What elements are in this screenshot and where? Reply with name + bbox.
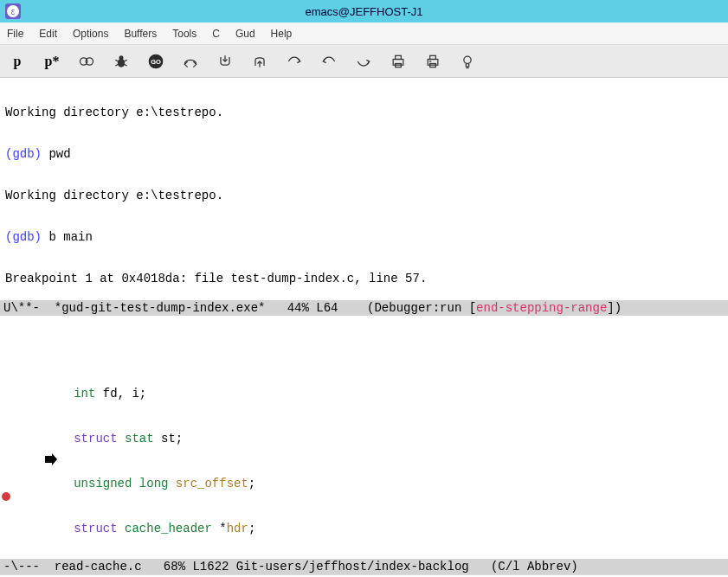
svg-line-7	[124, 60, 126, 61]
svg-point-19	[464, 56, 471, 63]
title-text: emacs@JEFFHOST-J1	[306, 5, 423, 18]
menu-tools[interactable]: Tools	[172, 28, 196, 40]
toolbar: p p* GO	[0, 45, 728, 78]
modeline-gdb: U\**- *gud-git-test-dump-index.exe* 44% …	[0, 300, 728, 316]
step-out-icon[interactable]	[249, 51, 270, 72]
up-frame-icon[interactable]	[319, 51, 339, 72]
svg-line-9	[124, 64, 126, 66]
continue-icon[interactable]	[284, 51, 305, 72]
step-over-icon[interactable]	[180, 51, 201, 72]
modeline-code: -\--- read-cache.c 68% L1622 Git-users/j…	[0, 559, 728, 574]
display-icon[interactable]	[422, 51, 443, 72]
gdb-output: Working directory e:\testrepo.	[5, 189, 723, 202]
modeline-text: ])	[607, 301, 622, 315]
menu-gud[interactable]: Gud	[235, 28, 255, 40]
menu-c[interactable]: C	[212, 28, 220, 40]
menu-file[interactable]: File	[7, 28, 23, 40]
modeline-text: U\**- *gud-git-test-dump-index.exe* 44% …	[3, 301, 476, 315]
printer-icon[interactable]	[388, 51, 409, 72]
bug-icon[interactable]	[111, 51, 132, 72]
print-button[interactable]: p	[7, 51, 28, 72]
menubar: File Edit Options Buffers Tools C Gud He…	[0, 22, 728, 45]
breakpoint-marker-icon[interactable]	[2, 492, 10, 501]
svg-text:ε: ε	[11, 7, 16, 16]
gdb-output: Working directory e:\testrepo.	[5, 106, 723, 119]
gdb-cmd: pwd	[48, 147, 70, 161]
svg-point-5	[119, 55, 124, 60]
svg-rect-12	[393, 59, 403, 65]
menu-help[interactable]: Help	[271, 28, 293, 40]
code-lines: int fd, i; struct stat st; unsigned long…	[0, 357, 728, 559]
down-frame-icon[interactable]	[353, 51, 374, 72]
print-star-button[interactable]: p*	[42, 51, 62, 72]
gutter	[0, 316, 16, 559]
svg-line-8	[115, 64, 118, 66]
svg-rect-16	[430, 55, 436, 59]
svg-rect-15	[428, 59, 438, 65]
source-code-pane[interactable]: int fd, i; struct stat st; unsigned long…	[0, 316, 728, 559]
go-button[interactable]: GO	[145, 51, 166, 72]
svg-rect-13	[396, 55, 402, 59]
gdb-prompt: (gdb)	[5, 230, 48, 244]
menu-edit[interactable]: Edit	[39, 28, 57, 40]
lightbulb-icon[interactable]	[457, 51, 478, 72]
gdb-output-pane[interactable]: Working directory e:\testrepo. (gdb) pwd…	[0, 78, 728, 300]
svg-line-6	[115, 60, 118, 61]
step-into-icon[interactable]	[215, 51, 235, 72]
emacs-icon: ε	[5, 3, 21, 19]
gdb-prompt: (gdb)	[5, 147, 48, 161]
titlebar: ε emacs@JEFFHOST-J1	[0, 0, 728, 22]
modeline-status: end-stepping-range	[476, 301, 607, 315]
gdb-output: Breakpoint 1 at 0x4018da: file test-dump…	[5, 272, 723, 285]
menu-options[interactable]: Options	[73, 28, 108, 40]
watch-icon[interactable]	[76, 51, 97, 72]
modeline-text: -\--- read-cache.c 68% L1622 Git-users/j…	[3, 560, 578, 574]
svg-text:GO: GO	[151, 58, 161, 66]
gdb-cmd: b main	[48, 230, 92, 244]
current-line-arrow-icon	[0, 439, 14, 452]
menu-buffers[interactable]: Buffers	[124, 28, 157, 40]
